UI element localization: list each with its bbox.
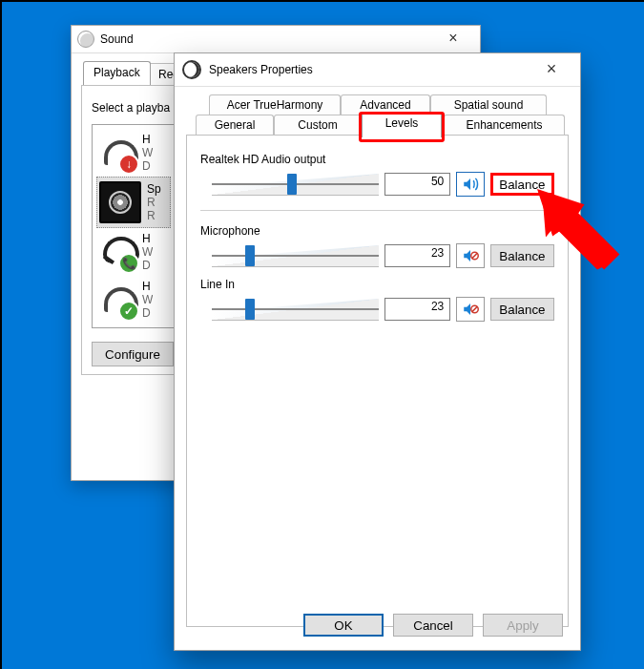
balance-button[interactable]: Balance [490,244,554,267]
tab-enhancements[interactable]: Enhancements [444,115,565,135]
tab-custom[interactable]: Custom [274,115,362,135]
desktop: { "sound_win": { "title": "Sound", "tabs… [0,0,644,669]
tab-trueharmony[interactable]: Acer TrueHarmony [209,94,341,115]
levels-panel: Realtek HD Audio output 50 Balance [186,136,569,627]
volume-slider-mic[interactable] [212,243,379,268]
props-app-icon [182,60,201,79]
mute-toggle[interactable] [456,172,485,197]
headset-icon: ✓ [98,281,136,319]
device-item-selected[interactable]: Sp R R [96,177,171,228]
volume-value[interactable]: 50 [384,173,450,196]
status-badge-active: 📞 [118,253,139,274]
close-icon[interactable]: × [432,30,474,49]
close-icon[interactable]: × [530,60,572,79]
headset-mic-icon: 📞 [98,233,136,271]
control-label: Line In [200,278,554,291]
separator [200,210,554,211]
section-microphone: Microphone 23 Balance [200,224,554,268]
status-badge-default: ✓ [118,301,139,322]
volume-value[interactable]: 23 [384,298,450,321]
status-badge-disabled: ↓ [118,154,139,175]
cancel-button[interactable]: Cancel [393,614,473,637]
control-label: Microphone [200,224,554,238]
balance-button[interactable]: Balance [490,298,554,321]
volume-slider-realtek[interactable] [212,172,379,197]
apply-button[interactable]: Apply [483,614,563,637]
sound-on-icon [462,176,479,193]
mute-toggle[interactable] [456,297,485,322]
device-item[interactable]: ✓ H W D [96,276,171,324]
device-list[interactable]: ↓ H W D Sp R R 📞 [92,124,176,328]
dialog-buttons: OK Cancel Apply [303,614,563,637]
control-label: Realtek HD Audio output [200,153,554,166]
configure-button[interactable]: Configure [92,342,174,366]
device-item[interactable]: 📞 H W D [96,228,171,276]
sound-app-icon [77,31,94,48]
speaker-icon [99,181,141,223]
section-realtek: Realtek HD Audio output 50 Balance [200,153,554,197]
sound-title: Sound [100,32,134,46]
section-linein: Line In 23 Balance [200,278,554,322]
volume-value[interactable]: 23 [384,244,450,267]
tab-spatial[interactable]: Spatial sound [430,94,547,115]
svg-line-3 [472,306,477,311]
ok-button[interactable]: OK [303,614,384,637]
headset-icon: ↓ [98,134,136,172]
balance-button[interactable]: Balance [490,173,554,196]
sound-titlebar[interactable]: Sound × [72,26,480,53]
tab-general[interactable]: General [196,115,274,135]
mute-toggle[interactable] [456,243,485,268]
volume-slider-linein[interactable] [212,297,379,322]
sound-muted-icon [462,301,479,318]
speakers-properties-window: Speakers Properties × Acer TrueHarmony A… [174,52,581,651]
props-title: Speakers Properties [209,63,313,76]
tab-levels[interactable]: Levels [362,113,442,137]
tab-advanced[interactable]: Advanced [341,94,430,115]
device-item[interactable]: ↓ H W D [96,129,171,177]
sound-muted-icon [462,247,479,264]
props-tabs: Acer TrueHarmony Advanced Spatial sound … [186,94,569,136]
tab-playback[interactable]: Playback [83,61,151,85]
svg-line-1 [472,253,477,258]
props-titlebar[interactable]: Speakers Properties × [175,53,580,87]
